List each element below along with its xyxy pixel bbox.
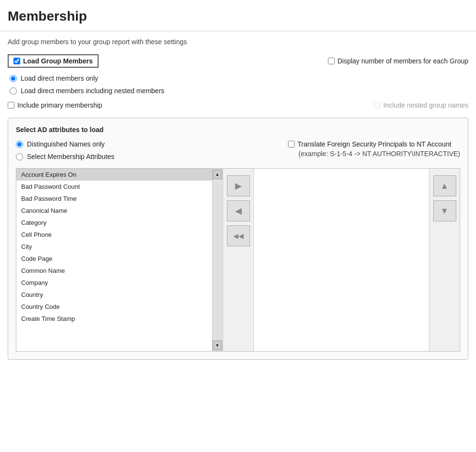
list-item[interactable]: Country Code xyxy=(16,301,212,313)
load-group-members-label[interactable]: Load Group Members xyxy=(8,54,99,68)
load-mode-radio-group: Load direct members only Load direct mem… xyxy=(8,74,468,95)
list-item[interactable]: Cell Phone xyxy=(16,229,212,241)
load-direct-only-radio[interactable] xyxy=(10,75,17,82)
right-controls: ▲ ▼ xyxy=(429,169,460,351)
scroll-down-btn[interactable]: ▼ xyxy=(213,341,222,350)
scroll-up-btn[interactable]: ▲ xyxy=(213,170,222,179)
load-group-members-checkbox[interactable] xyxy=(13,58,20,64)
move-up-button[interactable]: ▲ xyxy=(433,175,456,196)
move-all-left-button[interactable]: ◀◀ xyxy=(227,225,250,246)
distinguished-names-radio[interactable] xyxy=(16,141,23,148)
move-right-button[interactable]: ▶ xyxy=(227,175,250,196)
ad-attributes-section: Select AD attributes to load Distinguish… xyxy=(8,118,468,360)
list-item[interactable]: Category xyxy=(16,217,212,229)
move-left-button[interactable]: ◀ xyxy=(227,200,250,221)
middle-controls: ▶ ◀ ◀◀ xyxy=(223,169,254,351)
translate-col: Translate Foreign Security Principals to… xyxy=(288,140,460,158)
include-primary-text: Include primary membership xyxy=(17,101,102,109)
translate-label[interactable]: Translate Foreign Security Principals to… xyxy=(288,140,451,148)
select-membership-radio[interactable] xyxy=(16,153,23,160)
select-membership-label[interactable]: Select Membership Attributes xyxy=(16,153,114,160)
list-item[interactable]: Create Time Stamp xyxy=(16,313,212,325)
display-number-text: Display number of members for each Group xyxy=(338,57,468,65)
list-item[interactable]: Bad Password Count xyxy=(16,181,212,193)
load-group-members-text: Load Group Members xyxy=(23,57,93,65)
subtitle: Add group members to your group report w… xyxy=(8,38,468,46)
list-item[interactable]: Country xyxy=(16,289,212,301)
primary-membership-row: Include primary membership Include neste… xyxy=(8,101,468,109)
load-direct-nested-radio[interactable] xyxy=(10,87,17,95)
attribute-list-left[interactable]: Account Expires On Bad Password Count Ba… xyxy=(16,169,212,351)
load-direct-only-label[interactable]: Load direct members only xyxy=(10,74,468,82)
load-direct-nested-label[interactable]: Load direct members including nested mem… xyxy=(10,87,468,95)
load-direct-nested-text: Load direct members including nested mem… xyxy=(21,87,164,95)
distinguished-names-label[interactable]: Distinguished Names only xyxy=(16,140,114,148)
include-nested-names-checkbox[interactable] xyxy=(374,102,380,109)
attribute-list-right[interactable] xyxy=(254,169,429,351)
display-number-checkbox[interactable] xyxy=(328,58,335,64)
load-direct-only-text: Load direct members only xyxy=(21,74,98,82)
list-item[interactable]: Bad Password Time xyxy=(16,193,212,205)
page-title: Membership xyxy=(8,9,468,24)
move-down-button[interactable]: ▼ xyxy=(433,200,456,221)
ad-radio-col: Distinguished Names only Select Membersh… xyxy=(16,140,114,160)
translate-checkbox[interactable] xyxy=(288,141,295,147)
list-item[interactable]: City xyxy=(16,241,212,253)
list-item[interactable]: Common Name xyxy=(16,265,212,277)
ad-radio-row: Distinguished Names only Select Membersh… xyxy=(16,140,460,160)
list-item[interactable]: Company xyxy=(16,277,212,289)
distinguished-names-text: Distinguished Names only xyxy=(27,140,105,148)
select-membership-text: Select Membership Attributes xyxy=(27,153,114,160)
translate-text: Translate Foreign Security Principals to… xyxy=(298,140,451,148)
include-primary-checkbox[interactable] xyxy=(8,102,14,109)
list-scrollbar: ▲ ▼ xyxy=(212,169,223,351)
attribute-lists-container: Account Expires On Bad Password Count Ba… xyxy=(16,168,460,352)
list-item[interactable]: Canonical Name xyxy=(16,205,212,217)
ad-section-title: Select AD attributes to load xyxy=(16,126,460,134)
translate-example: (example: S-1-5-4 -> NT AUTHORITY\INTERA… xyxy=(288,150,460,158)
list-item[interactable]: Code Page xyxy=(16,253,212,265)
display-number-label[interactable]: Display number of members for each Group xyxy=(328,57,468,65)
left-list-panel: Account Expires On Bad Password Count Ba… xyxy=(16,169,223,351)
list-item[interactable]: Account Expires On xyxy=(16,169,212,181)
include-nested-names-text: Include nested group names xyxy=(383,101,468,109)
include-primary-label[interactable]: Include primary membership xyxy=(8,101,102,109)
include-nested-names-label[interactable]: Include nested group names xyxy=(374,101,468,109)
